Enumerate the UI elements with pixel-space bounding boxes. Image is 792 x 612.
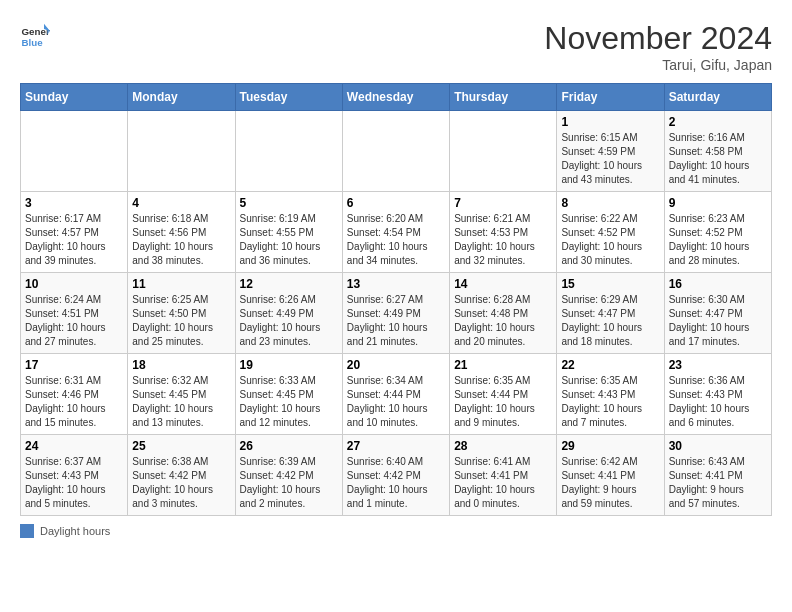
day-info: Sunrise: 6:33 AM Sunset: 4:45 PM Dayligh…: [240, 374, 338, 430]
calendar-cell: 28Sunrise: 6:41 AM Sunset: 4:41 PM Dayli…: [450, 435, 557, 516]
calendar-cell: 10Sunrise: 6:24 AM Sunset: 4:51 PM Dayli…: [21, 273, 128, 354]
calendar-cell: 19Sunrise: 6:33 AM Sunset: 4:45 PM Dayli…: [235, 354, 342, 435]
day-number: 10: [25, 277, 123, 291]
day-info: Sunrise: 6:36 AM Sunset: 4:43 PM Dayligh…: [669, 374, 767, 430]
day-number: 7: [454, 196, 552, 210]
day-info: Sunrise: 6:20 AM Sunset: 4:54 PM Dayligh…: [347, 212, 445, 268]
day-info: Sunrise: 6:24 AM Sunset: 4:51 PM Dayligh…: [25, 293, 123, 349]
month-title: November 2024: [544, 20, 772, 57]
location-subtitle: Tarui, Gifu, Japan: [544, 57, 772, 73]
day-number: 3: [25, 196, 123, 210]
day-info: Sunrise: 6:37 AM Sunset: 4:43 PM Dayligh…: [25, 455, 123, 511]
calendar-cell: 30Sunrise: 6:43 AM Sunset: 4:41 PM Dayli…: [664, 435, 771, 516]
day-info: Sunrise: 6:18 AM Sunset: 4:56 PM Dayligh…: [132, 212, 230, 268]
day-number: 15: [561, 277, 659, 291]
calendar-cell: [21, 111, 128, 192]
calendar-cell: 25Sunrise: 6:38 AM Sunset: 4:42 PM Dayli…: [128, 435, 235, 516]
day-info: Sunrise: 6:29 AM Sunset: 4:47 PM Dayligh…: [561, 293, 659, 349]
day-number: 11: [132, 277, 230, 291]
day-number: 6: [347, 196, 445, 210]
calendar-cell: 22Sunrise: 6:35 AM Sunset: 4:43 PM Dayli…: [557, 354, 664, 435]
day-number: 27: [347, 439, 445, 453]
day-info: Sunrise: 6:22 AM Sunset: 4:52 PM Dayligh…: [561, 212, 659, 268]
day-info: Sunrise: 6:35 AM Sunset: 4:43 PM Dayligh…: [561, 374, 659, 430]
day-info: Sunrise: 6:31 AM Sunset: 4:46 PM Dayligh…: [25, 374, 123, 430]
calendar-week-row: 10Sunrise: 6:24 AM Sunset: 4:51 PM Dayli…: [21, 273, 772, 354]
day-info: Sunrise: 6:34 AM Sunset: 4:44 PM Dayligh…: [347, 374, 445, 430]
calendar-cell: 1Sunrise: 6:15 AM Sunset: 4:59 PM Daylig…: [557, 111, 664, 192]
day-number: 9: [669, 196, 767, 210]
calendar-body: 1Sunrise: 6:15 AM Sunset: 4:59 PM Daylig…: [21, 111, 772, 516]
calendar-cell: 18Sunrise: 6:32 AM Sunset: 4:45 PM Dayli…: [128, 354, 235, 435]
day-info: Sunrise: 6:19 AM Sunset: 4:55 PM Dayligh…: [240, 212, 338, 268]
day-info: Sunrise: 6:28 AM Sunset: 4:48 PM Dayligh…: [454, 293, 552, 349]
calendar-cell: 4Sunrise: 6:18 AM Sunset: 4:56 PM Daylig…: [128, 192, 235, 273]
day-number: 28: [454, 439, 552, 453]
day-number: 14: [454, 277, 552, 291]
day-number: 22: [561, 358, 659, 372]
calendar-week-row: 1Sunrise: 6:15 AM Sunset: 4:59 PM Daylig…: [21, 111, 772, 192]
day-info: Sunrise: 6:35 AM Sunset: 4:44 PM Dayligh…: [454, 374, 552, 430]
calendar-cell: 20Sunrise: 6:34 AM Sunset: 4:44 PM Dayli…: [342, 354, 449, 435]
day-info: Sunrise: 6:32 AM Sunset: 4:45 PM Dayligh…: [132, 374, 230, 430]
calendar-cell: 7Sunrise: 6:21 AM Sunset: 4:53 PM Daylig…: [450, 192, 557, 273]
calendar-cell: [235, 111, 342, 192]
calendar-cell: 2Sunrise: 6:16 AM Sunset: 4:58 PM Daylig…: [664, 111, 771, 192]
calendar-header-row: SundayMondayTuesdayWednesdayThursdayFrid…: [21, 84, 772, 111]
day-info: Sunrise: 6:25 AM Sunset: 4:50 PM Dayligh…: [132, 293, 230, 349]
day-info: Sunrise: 6:43 AM Sunset: 4:41 PM Dayligh…: [669, 455, 767, 511]
calendar-cell: 21Sunrise: 6:35 AM Sunset: 4:44 PM Dayli…: [450, 354, 557, 435]
day-of-week-header: Friday: [557, 84, 664, 111]
day-number: 19: [240, 358, 338, 372]
day-info: Sunrise: 6:15 AM Sunset: 4:59 PM Dayligh…: [561, 131, 659, 187]
calendar-cell: 3Sunrise: 6:17 AM Sunset: 4:57 PM Daylig…: [21, 192, 128, 273]
calendar-cell: [128, 111, 235, 192]
calendar-table: SundayMondayTuesdayWednesdayThursdayFrid…: [20, 83, 772, 516]
calendar-week-row: 24Sunrise: 6:37 AM Sunset: 4:43 PM Dayli…: [21, 435, 772, 516]
day-of-week-header: Tuesday: [235, 84, 342, 111]
day-info: Sunrise: 6:41 AM Sunset: 4:41 PM Dayligh…: [454, 455, 552, 511]
day-number: 26: [240, 439, 338, 453]
legend-label: Daylight hours: [40, 525, 110, 537]
day-number: 12: [240, 277, 338, 291]
calendar-cell: 12Sunrise: 6:26 AM Sunset: 4:49 PM Dayli…: [235, 273, 342, 354]
calendar-cell: 26Sunrise: 6:39 AM Sunset: 4:42 PM Dayli…: [235, 435, 342, 516]
calendar-cell: 24Sunrise: 6:37 AM Sunset: 4:43 PM Dayli…: [21, 435, 128, 516]
calendar-cell: [342, 111, 449, 192]
day-number: 25: [132, 439, 230, 453]
calendar-cell: 5Sunrise: 6:19 AM Sunset: 4:55 PM Daylig…: [235, 192, 342, 273]
day-number: 29: [561, 439, 659, 453]
day-number: 20: [347, 358, 445, 372]
day-number: 16: [669, 277, 767, 291]
day-number: 21: [454, 358, 552, 372]
day-info: Sunrise: 6:17 AM Sunset: 4:57 PM Dayligh…: [25, 212, 123, 268]
calendar-cell: [450, 111, 557, 192]
day-number: 2: [669, 115, 767, 129]
calendar-week-row: 3Sunrise: 6:17 AM Sunset: 4:57 PM Daylig…: [21, 192, 772, 273]
calendar-cell: 15Sunrise: 6:29 AM Sunset: 4:47 PM Dayli…: [557, 273, 664, 354]
logo: General Blue: [20, 20, 50, 50]
calendar-cell: 16Sunrise: 6:30 AM Sunset: 4:47 PM Dayli…: [664, 273, 771, 354]
day-of-week-header: Wednesday: [342, 84, 449, 111]
calendar-cell: 6Sunrise: 6:20 AM Sunset: 4:54 PM Daylig…: [342, 192, 449, 273]
calendar-cell: 17Sunrise: 6:31 AM Sunset: 4:46 PM Dayli…: [21, 354, 128, 435]
day-info: Sunrise: 6:27 AM Sunset: 4:49 PM Dayligh…: [347, 293, 445, 349]
day-info: Sunrise: 6:39 AM Sunset: 4:42 PM Dayligh…: [240, 455, 338, 511]
day-info: Sunrise: 6:23 AM Sunset: 4:52 PM Dayligh…: [669, 212, 767, 268]
day-number: 30: [669, 439, 767, 453]
day-number: 23: [669, 358, 767, 372]
calendar-cell: 13Sunrise: 6:27 AM Sunset: 4:49 PM Dayli…: [342, 273, 449, 354]
svg-text:Blue: Blue: [22, 37, 44, 48]
day-info: Sunrise: 6:21 AM Sunset: 4:53 PM Dayligh…: [454, 212, 552, 268]
day-of-week-header: Sunday: [21, 84, 128, 111]
calendar-week-row: 17Sunrise: 6:31 AM Sunset: 4:46 PM Dayli…: [21, 354, 772, 435]
calendar-cell: 11Sunrise: 6:25 AM Sunset: 4:50 PM Dayli…: [128, 273, 235, 354]
day-number: 1: [561, 115, 659, 129]
legend: Daylight hours: [20, 524, 772, 538]
calendar-cell: 14Sunrise: 6:28 AM Sunset: 4:48 PM Dayli…: [450, 273, 557, 354]
page-header: General Blue November 2024 Tarui, Gifu, …: [20, 20, 772, 73]
day-info: Sunrise: 6:30 AM Sunset: 4:47 PM Dayligh…: [669, 293, 767, 349]
calendar-cell: 29Sunrise: 6:42 AM Sunset: 4:41 PM Dayli…: [557, 435, 664, 516]
calendar-cell: 23Sunrise: 6:36 AM Sunset: 4:43 PM Dayli…: [664, 354, 771, 435]
day-number: 18: [132, 358, 230, 372]
